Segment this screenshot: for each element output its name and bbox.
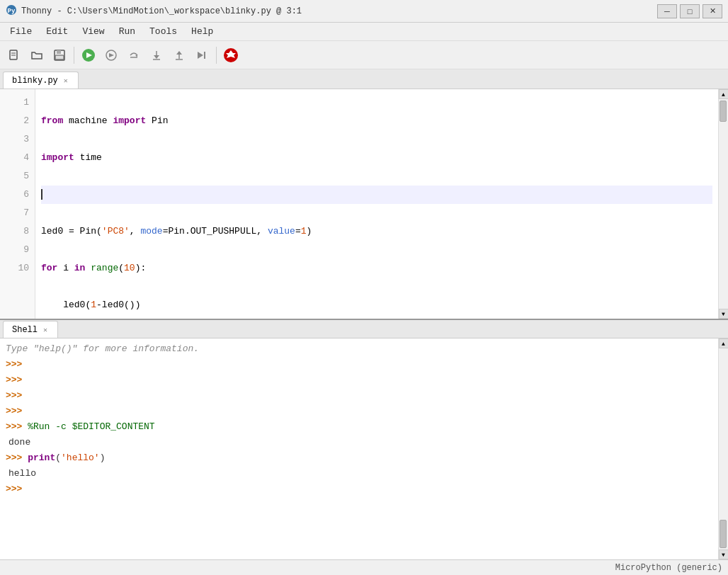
menu-run[interactable]: Run <box>112 25 142 38</box>
line-num-5: 5 <box>0 167 35 186</box>
menu-edit[interactable]: Edit <box>39 25 75 38</box>
shell-prompt-4: >>> <box>6 404 712 419</box>
code-line-3 <box>41 186 712 204</box>
svg-rect-7 <box>55 55 64 59</box>
window-title: Thonny - C:\Users\MindMotion\_workspace\… <box>21 6 302 16</box>
shell-print-arg: 'hello' <box>61 452 100 463</box>
shell-prompt-symbol-1: >>> <box>6 359 22 370</box>
shell-scroll-thumb[interactable] <box>720 520 727 548</box>
code-line-2: import time <box>41 149 712 167</box>
line-num-9: 9 <box>0 241 35 259</box>
shell-tab[interactable]: Shell ✕ <box>3 321 58 338</box>
shell-info-line: Type "help()" for more information. <box>6 341 712 357</box>
shell-panel: Shell ✕ Type "help()" for more informati… <box>0 319 728 559</box>
shell-prompt-1: >>> <box>6 357 712 372</box>
menu-tools[interactable]: Tools <box>142 25 184 38</box>
resume-button[interactable] <box>192 45 212 65</box>
menu-bar: File Edit View Run Tools Help <box>0 23 728 41</box>
code-line-4: led0 = Pin('PC8', mode=Pin.OUT_PUSHPULL,… <box>41 222 712 241</box>
line-num-6: 6 <box>0 186 35 204</box>
shell-scroll-up[interactable]: ▲ <box>719 338 729 348</box>
scroll-down-arrow[interactable]: ▼ <box>719 309 729 319</box>
shell-output-done: done <box>8 437 30 448</box>
status-bar: MicroPython (generic) <box>0 559 728 575</box>
toolbar <box>0 41 728 69</box>
shell-print-fn: print <box>28 452 55 463</box>
tab-close-icon[interactable]: ✕ <box>62 76 69 85</box>
line-num-3: 3 <box>0 130 35 149</box>
title-bar-left: Py Thonny - C:\Users\MindMotion\_workspa… <box>6 4 302 18</box>
scroll-thumb[interactable] <box>720 101 727 122</box>
stop-button[interactable] <box>221 45 241 65</box>
debug-button[interactable] <box>101 45 121 65</box>
shell-print-prompt: >>> <box>6 452 22 463</box>
svg-rect-6 <box>57 50 61 54</box>
minimize-button[interactable]: ─ <box>657 4 677 18</box>
line-num-7: 7 <box>0 204 35 222</box>
menu-file[interactable]: File <box>3 25 39 38</box>
tab-label: blinky.py <box>12 76 58 86</box>
code-line-1: from machine import Pin <box>41 112 712 130</box>
shell-print-line: >>> print('hello') <box>6 450 712 466</box>
svg-marker-11 <box>109 53 114 57</box>
shell-output-hello: hello <box>8 468 36 479</box>
toolbar-sep-1 <box>74 47 74 64</box>
editor-container: 1 2 3 4 5 6 7 8 9 10 from machine import… <box>0 89 728 319</box>
close-button[interactable]: ✕ <box>703 4 722 18</box>
shell-tab-bar: Shell ✕ <box>0 320 728 338</box>
shell-prompt-3: >>> <box>6 388 712 404</box>
shell-prompt-symbol-4: >>> <box>6 406 22 416</box>
shell-help-text: Type "help()" for more information. <box>6 343 199 354</box>
line-num-2: 2 <box>0 112 35 130</box>
run-button[interactable] <box>79 45 98 65</box>
menu-help[interactable]: Help <box>184 25 220 38</box>
editor-scrollbar[interactable]: ▲ ▼ <box>718 89 728 319</box>
line-num-1: 1 <box>0 93 35 112</box>
open-file-button[interactable] <box>27 45 47 65</box>
new-file-button[interactable] <box>4 45 24 65</box>
maximize-button[interactable]: □ <box>680 4 700 18</box>
line-num-4: 4 <box>0 149 35 167</box>
tab-bar: blinky.py ✕ <box>0 69 728 89</box>
shell-content: Type "help()" for more information. >>> … <box>0 338 728 559</box>
line-numbers: 1 2 3 4 5 6 7 8 9 10 <box>0 89 35 319</box>
shell-prompt-2: >>> <box>6 372 712 388</box>
shell-tab-close-icon[interactable]: ✕ <box>42 326 49 334</box>
line-num-8: 8 <box>0 222 35 241</box>
code-editor[interactable]: 1 2 3 4 5 6 7 8 9 10 from machine import… <box>0 89 728 319</box>
title-bar: Py Thonny - C:\Users\MindMotion\_workspa… <box>0 0 728 23</box>
shell-text[interactable]: Type "help()" for more information. >>> … <box>0 338 718 559</box>
editor-tab-blinky[interactable]: blinky.py ✕ <box>3 72 79 89</box>
line-num-10: 10 <box>0 259 35 278</box>
step-out-button[interactable] <box>169 45 189 65</box>
svg-marker-15 <box>154 55 159 59</box>
scroll-track[interactable] <box>719 99 728 309</box>
svg-text:Py: Py <box>8 8 16 15</box>
shell-prompt-symbol-3: >>> <box>6 390 22 401</box>
shell-scroll-down[interactable]: ▼ <box>719 550 729 559</box>
menu-view[interactable]: View <box>75 25 111 38</box>
step-into-button[interactable] <box>147 45 166 65</box>
save-file-button[interactable] <box>50 45 69 65</box>
title-bar-controls: ─ □ ✕ <box>657 4 722 18</box>
shell-hello-output: hello <box>6 466 712 482</box>
interpreter-status: MicroPython (generic) <box>615 563 722 573</box>
code-content[interactable]: from machine import Pin import time led0… <box>35 89 718 319</box>
shell-scrollbar[interactable]: ▲ ▼ <box>718 338 728 559</box>
step-over-button[interactable] <box>124 45 144 65</box>
shell-run-prompt: >>> <box>6 421 22 432</box>
shell-run-command: %Run -c $EDITOR_CONTENT <box>28 421 154 432</box>
shell-run-line: >>> %Run -c $EDITOR_CONTENT <box>6 419 712 435</box>
shell-scroll-track[interactable] <box>719 348 728 550</box>
shell-tab-label: Shell <box>12 325 38 335</box>
code-line-5: for i in range(10): <box>41 259 712 278</box>
scroll-up-arrow[interactable]: ▲ <box>719 89 729 99</box>
toolbar-sep-2 <box>216 47 217 64</box>
app-icon: Py <box>6 4 17 18</box>
shell-done-output: done <box>6 435 712 450</box>
svg-marker-18 <box>176 51 182 55</box>
shell-prompt-final-symbol: >>> <box>6 484 22 494</box>
code-line-6: led0(1-led0()) <box>41 296 712 314</box>
svg-marker-20 <box>198 52 203 59</box>
shell-prompt-final: >>> <box>6 482 712 497</box>
